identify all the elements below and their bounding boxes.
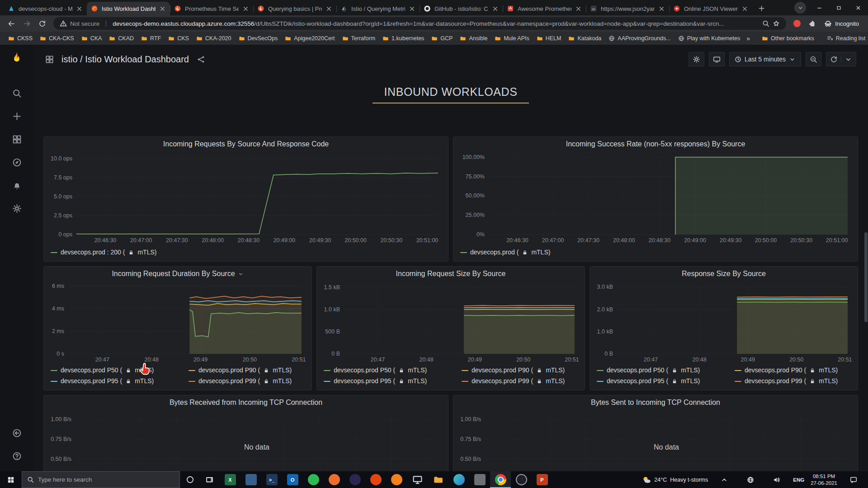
- legend-item[interactable]: devsecops.prod P90 ( mTLS): [462, 366, 585, 375]
- browser-tab[interactable]: Online JSON Viewer: [669, 2, 752, 15]
- scrollbar-thumb[interactable]: [864, 232, 868, 322]
- search-icon[interactable]: [762, 20, 769, 27]
- taskbar-app-chrome[interactable]: [490, 471, 511, 488]
- sidebar-item-explore[interactable]: [11, 157, 22, 168]
- panel-title[interactable]: Incoming Success Rate (non-5xx responses…: [453, 137, 858, 151]
- bookmark-item[interactable]: Ansible: [456, 34, 491, 43]
- legend-item[interactable]: devsecops.prod P99 ( mTLS): [735, 377, 858, 385]
- time-range-picker[interactable]: Last 5 minutes: [729, 52, 801, 66]
- cycle-view-button[interactable]: [709, 52, 725, 66]
- panel-title[interactable]: Response Size By Source: [590, 267, 858, 281]
- browser-tab[interactable]: devsecops-cloud - Mic: [4, 2, 87, 15]
- panel-title[interactable]: Incoming Request Size By Source: [317, 267, 585, 281]
- sidebar-item-alerting[interactable]: [11, 180, 22, 191]
- bookmark-item[interactable]: CKA: [78, 34, 106, 43]
- taskbar-app-firefox-developer[interactable]: [344, 471, 365, 488]
- taskbar-app-settings-app[interactable]: [469, 471, 490, 488]
- close-window-button[interactable]: [849, 0, 868, 15]
- legend-item[interactable]: devsecops.prod P99 ( mTLS): [462, 377, 585, 385]
- panel-title[interactable]: Bytes Sent to Incoming TCP Connection: [453, 395, 858, 410]
- back-button[interactable]: [5, 17, 18, 30]
- refresh-button[interactable]: [826, 52, 856, 66]
- task-view-button[interactable]: [200, 471, 220, 488]
- taskbar-app-remote-desktop[interactable]: [407, 471, 428, 488]
- taskbar-app-outlook[interactable]: O: [282, 471, 303, 488]
- tab-close-icon[interactable]: [159, 5, 166, 12]
- browser-tab[interactable]: Prometheus Time Seri: [170, 2, 253, 15]
- panel-title[interactable]: Incoming Request Duration By Source: [44, 267, 311, 281]
- sidebar-item-create[interactable]: [11, 111, 22, 122]
- legend-item[interactable]: devsecops.prod ( mTLS): [460, 248, 550, 257]
- minimize-button[interactable]: [810, 0, 829, 15]
- adblock-extension-icon[interactable]: [793, 20, 801, 27]
- time-series-chart[interactable]: 20:46:3020:47:0020:47:3020:48:0020:48:30…: [47, 410, 444, 471]
- grafana-logo[interactable]: [8, 50, 25, 67]
- tab-close-icon[interactable]: [76, 5, 83, 12]
- extensions-icon[interactable]: [807, 19, 816, 28]
- sidebar-item-search[interactable]: [11, 88, 22, 99]
- zoom-out-button[interactable]: [806, 52, 821, 66]
- taskbar-app-postman[interactable]: [324, 471, 344, 488]
- bookmark-item[interactable]: CKSS: [5, 34, 36, 43]
- forward-button[interactable]: [20, 17, 33, 30]
- bookmark-item[interactable]: Katakoda: [565, 34, 605, 43]
- tab-close-icon[interactable]: [741, 5, 748, 12]
- legend-item[interactable]: devsecops.prod P50 ( mTLS): [597, 366, 726, 375]
- bookmark-item[interactable]: DevSecOps: [235, 34, 282, 43]
- scrollbar[interactable]: [864, 45, 868, 471]
- volume-icon[interactable]: [767, 476, 787, 483]
- bookmark-item[interactable]: CKS: [165, 34, 193, 43]
- reload-button[interactable]: [35, 17, 49, 30]
- tab-close-icon[interactable]: [326, 5, 332, 12]
- network-icon[interactable]: [741, 476, 760, 483]
- bookmark-item[interactable]: Terraform: [339, 34, 379, 43]
- legend-item[interactable]: devsecops.prod P95 ( mTLS): [324, 377, 453, 385]
- maximize-button[interactable]: [829, 0, 849, 15]
- legend-item[interactable]: devsecops.prod P90 ( mTLS): [735, 366, 858, 375]
- bookmark-item[interactable]: CKA-CKS: [36, 34, 78, 43]
- bookmark-star-icon[interactable]: [773, 20, 780, 27]
- bookmark-item[interactable]: Play with Kubernetes: [675, 34, 744, 43]
- time-series-chart[interactable]: 20:4720:4820:4920:5020:510 B1.0 kB2.0 kB…: [594, 281, 854, 365]
- legend-item[interactable]: devsecops.prod P95 ( mTLS): [597, 377, 726, 385]
- browser-tab[interactable]: Istio / Querying Metri: [336, 2, 420, 15]
- bookmark-item[interactable]: CKAD: [105, 34, 137, 43]
- legend-item[interactable]: devsecops.prod P99 ( mTLS): [189, 377, 312, 385]
- taskbar-app-powerpoint[interactable]: P: [532, 471, 552, 488]
- weather-widget[interactable]: 24°C Heavy t-storms: [642, 475, 708, 484]
- taskbar-app-excel[interactable]: X: [220, 471, 241, 488]
- bookmark-item[interactable]: 1.kubernetes: [379, 34, 428, 43]
- bookmark-item[interactable]: Apigee2020Cert: [281, 34, 338, 43]
- legend-item[interactable]: devsecops.prod P95 ( mTLS): [51, 377, 179, 385]
- browser-tab[interactable]: j2yhttps://www.json2yam: [586, 2, 669, 15]
- taskbar-search[interactable]: Type here to search: [22, 471, 180, 488]
- sidebar-item-help[interactable]: [11, 450, 22, 461]
- panel-title[interactable]: Incoming Requests By Source And Response…: [44, 137, 448, 151]
- bookmark-item[interactable]: CKA-2020: [193, 34, 235, 43]
- tab-close-icon[interactable]: [658, 5, 665, 12]
- taskbar-app-file-explorer[interactable]: [428, 471, 448, 488]
- bookmark-item[interactable]: RTF: [137, 34, 165, 43]
- bookmark-item[interactable]: AAProvingGrounds...: [605, 34, 674, 43]
- taskbar-app-opera[interactable]: [386, 471, 407, 488]
- browser-tab[interactable]: Istio Workload Dashb: [87, 2, 170, 15]
- action-center-button[interactable]: [844, 476, 863, 483]
- dashboard-settings-button[interactable]: [689, 52, 704, 66]
- tab-close-icon[interactable]: [242, 5, 249, 12]
- time-series-chart[interactable]: 20:4720:4820:4920:5020:510 B500 B1.0 kB1…: [321, 281, 581, 365]
- start-button[interactable]: [0, 471, 22, 488]
- sidebar-item-configuration[interactable]: [11, 203, 22, 214]
- legend-item[interactable]: devsecops.prod P90 ( mTLS): [189, 366, 312, 375]
- legend-item[interactable]: devsecops.prod P50 ( mTLS): [324, 366, 453, 375]
- tray-expand-button[interactable]: [714, 476, 734, 483]
- incognito-badge[interactable]: Incognito: [820, 19, 863, 29]
- panel-title[interactable]: Bytes Received from Incoming TCP Connect…: [44, 395, 448, 410]
- time-series-chart[interactable]: 20:4720:4820:4920:5020:510 s2 ms4 ms6 ms: [47, 281, 308, 365]
- bookmarks-overflow-button[interactable]: »: [744, 35, 753, 42]
- address-bar[interactable]: Not secure devsecops-demo.eastus.cloudap…: [53, 17, 786, 30]
- tab-close-icon[interactable]: [575, 5, 582, 12]
- browser-tab[interactable]: Awesome Prometheu: [503, 2, 586, 15]
- reading-list-button[interactable]: Reading list: [823, 34, 868, 43]
- browser-tab[interactable]: Querying basics | Pron: [253, 2, 336, 15]
- language-indicator[interactable]: ENG: [793, 477, 804, 483]
